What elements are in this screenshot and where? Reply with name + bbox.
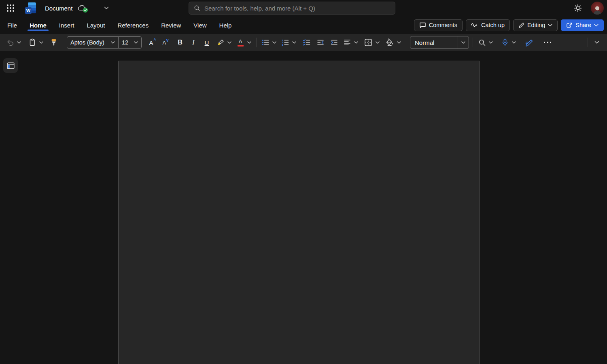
numbering-button[interactable]: 123 (280, 36, 291, 49)
ribbon-toolbar: Aptos (Body) 12 A^ Av B I U (0, 34, 607, 51)
shrink-font-icon: A (162, 40, 166, 45)
find-dropdown-chevron[interactable] (487, 36, 494, 49)
word-logo-letter: W (25, 7, 32, 14)
editor-pen-icon (525, 38, 534, 47)
bullets-icon (261, 38, 270, 47)
comments-label: Comments (429, 22, 457, 28)
undo-dropdown-chevron[interactable] (15, 36, 22, 49)
tab-help[interactable]: Help (219, 17, 233, 33)
checklist-button[interactable] (301, 36, 312, 49)
shrink-font-button[interactable]: Av (160, 36, 171, 49)
comments-icon (419, 22, 426, 28)
undo-icon (6, 39, 14, 46)
increase-indent-button[interactable] (329, 36, 340, 49)
shading-dropdown-chevron[interactable] (395, 36, 402, 49)
italic-button[interactable]: I (188, 36, 199, 49)
table-dropdown-chevron[interactable] (374, 36, 381, 49)
search-input[interactable] (204, 5, 390, 12)
tab-file[interactable]: File (6, 17, 18, 33)
bullets-button[interactable] (260, 36, 271, 49)
ribbon-divider (63, 38, 63, 47)
app-launcher-icon (6, 4, 15, 12)
navigation-pane-toggle[interactable] (3, 58, 18, 73)
bold-icon: B (178, 39, 183, 46)
catch-up-icon (471, 23, 478, 28)
format-painter-button[interactable] (49, 36, 59, 49)
title-menu-chevron[interactable] (102, 3, 111, 13)
increase-indent-icon (330, 38, 338, 47)
editor-button[interactable] (524, 36, 535, 49)
svg-text:3: 3 (282, 43, 284, 46)
account-avatar[interactable] (591, 2, 604, 15)
editing-label: Editing (527, 22, 545, 28)
editing-mode-button[interactable]: Editing (513, 19, 558, 31)
find-button[interactable] (477, 36, 487, 49)
font-size-value: 12 (122, 39, 128, 46)
nav-pane-icon (7, 62, 15, 69)
comments-button[interactable]: Comments (414, 19, 463, 31)
grow-font-button[interactable]: A^ (147, 36, 158, 49)
tab-insert[interactable]: Insert (58, 17, 75, 33)
paste-button[interactable] (27, 36, 38, 49)
tab-references[interactable]: References (117, 17, 149, 33)
app-launcher-button[interactable] (3, 1, 18, 15)
styles-dropdown-chevron[interactable] (458, 36, 469, 49)
numbering-dropdown-chevron[interactable] (291, 36, 297, 49)
font-controls: Aptos (Body) 12 (67, 36, 142, 49)
document-canvas (0, 51, 607, 364)
paste-dropdown-chevron[interactable] (38, 36, 45, 49)
tab-review[interactable]: Review (160, 17, 182, 33)
document-title[interactable]: Document (45, 5, 72, 12)
font-size-combobox[interactable]: 12 (119, 37, 141, 48)
highlight-button[interactable] (215, 36, 226, 49)
decrease-indent-button[interactable] (315, 36, 326, 49)
document-page[interactable] (118, 61, 480, 364)
collapse-ribbon-chevron-icon (594, 41, 599, 44)
shading-bucket-icon (385, 38, 394, 47)
collapse-ribbon-button[interactable] (592, 36, 602, 49)
search-icon (194, 5, 200, 11)
tab-view[interactable]: View (193, 17, 207, 33)
share-button[interactable]: Share (561, 19, 604, 31)
dictate-dropdown-chevron[interactable] (510, 36, 517, 49)
share-chevron-icon (594, 24, 599, 27)
dictate-microphone-icon (501, 38, 509, 47)
saved-check-badge (83, 8, 88, 13)
italic-icon: I (192, 39, 194, 46)
styles-combobox[interactable]: Normal (410, 36, 458, 49)
cloud-saved-icon[interactable] (77, 4, 87, 12)
shading-button[interactable] (384, 36, 395, 49)
table-button[interactable] (363, 36, 374, 49)
tab-home[interactable]: Home (29, 17, 47, 33)
underline-button[interactable]: U (202, 36, 212, 49)
highlight-marker-icon (216, 38, 225, 47)
catch-up-button[interactable]: Catch up (466, 19, 510, 31)
more-options-button[interactable] (541, 36, 554, 49)
editing-pencil-icon (518, 22, 524, 28)
style-name-value: Normal (415, 39, 434, 46)
word-logo[interactable]: W (25, 2, 36, 14)
settings-button[interactable] (571, 1, 585, 15)
bullets-dropdown-chevron[interactable] (271, 36, 278, 49)
align-dropdown-chevron[interactable] (352, 36, 359, 49)
paste-clipboard-icon (29, 38, 36, 47)
font-color-dropdown-chevron[interactable] (246, 36, 253, 49)
font-name-combobox[interactable]: Aptos (Body) (67, 37, 118, 48)
ribbon-divider (406, 38, 406, 47)
tab-layout[interactable]: Layout (86, 17, 106, 33)
font-color-icon: A (238, 39, 244, 47)
search-bar[interactable] (189, 2, 395, 15)
undo-button[interactable] (5, 36, 15, 49)
font-name-value: Aptos (Body) (70, 39, 104, 46)
dictate-button[interactable] (500, 36, 510, 49)
share-icon (566, 22, 573, 28)
table-icon (364, 38, 373, 47)
font-color-button[interactable]: A (235, 36, 246, 49)
highlight-dropdown-chevron[interactable] (226, 36, 233, 49)
numbering-icon: 123 (281, 38, 289, 47)
bold-button[interactable]: B (175, 36, 185, 49)
ribbon-divider (256, 38, 257, 47)
menubar: File Home Insert Layout References Revie… (0, 16, 607, 34)
align-icon (343, 38, 351, 47)
align-button[interactable] (342, 36, 352, 49)
